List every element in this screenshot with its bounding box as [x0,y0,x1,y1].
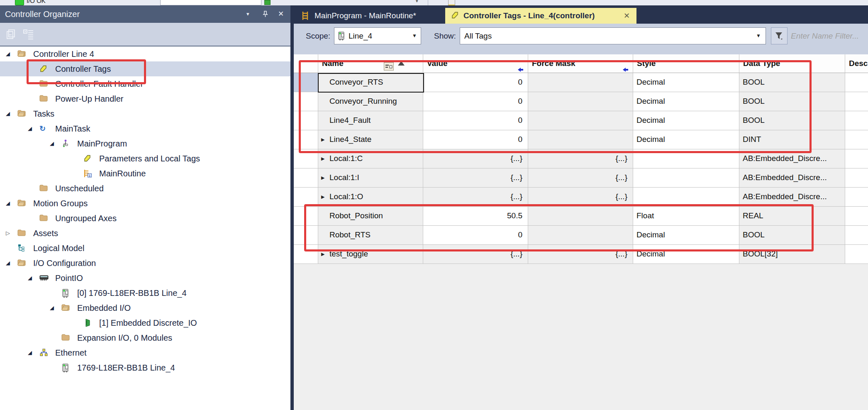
tag-force-mask-cell-local-1-c[interactable]: {...} [528,149,633,168]
expand-tag-icon[interactable]: ▶ [321,149,324,168]
collapse-arrow-icon[interactable]: ◢ [28,271,32,286]
toolbar-icon[interactable] [448,0,455,5]
tag-value-cell-conveyor-rts[interactable]: 0 [423,73,528,92]
tab-controller-tags-line-4-controller[interactable]: Controller Tags - Line_4(controller)✕ [445,8,636,24]
tree-item-assets[interactable]: ▷Assets [0,226,290,241]
tag-name-cell-robot-position[interactable]: Robot_Position [318,207,423,226]
row-selector-line4-fault[interactable] [294,111,318,130]
tree-item-expansion-i-o-0-modules[interactable]: Expansion I/O, 0 Modules [0,330,290,345]
tag-description-cell-local-1-o[interactable] [845,188,868,207]
tag-datatype-cell-local-1-c[interactable]: AB:Embedded_Discre... [739,149,845,168]
tag-name-cell-line4-fault[interactable]: Line4_Fault [318,111,423,130]
column-header-data-type[interactable]: Data Type [739,54,845,73]
tag-value-cell-robot-rts[interactable]: 0 [423,226,528,245]
tag-value-cell-local-1-i[interactable]: {...} [423,168,528,188]
tag-force-mask-cell-local-1-i[interactable]: {...} [528,168,633,188]
tree-item-controller-line-4[interactable]: ◢Controller Line 4 [0,46,290,61]
tree-item-tasks[interactable]: ◢Tasks [0,106,290,121]
collapse-arrow-icon[interactable]: ◢ [6,46,10,61]
collapse-arrow-icon[interactable]: ◢ [28,121,32,136]
tree-item-controller-tags[interactable]: Controller Tags [0,61,290,76]
row-selector-line4-state[interactable] [294,130,318,149]
panel-splitter[interactable] [290,5,294,410]
chevron-down-icon[interactable]: ▼ [756,28,761,44]
tree-item-parameters-and-local-tags[interactable]: Parameters and Local Tags [0,151,290,166]
window-position-icon[interactable]: ▾ [246,5,249,23]
tag-style-cell-line4-state[interactable]: Decimal [633,130,739,149]
filter-button[interactable] [771,27,788,44]
column-header-name[interactable]: Name [318,54,423,73]
controller-tags-table[interactable]: NameValueForce MaskStyleData TypeDescrip… [294,54,868,410]
tree-item-motion-groups[interactable]: ◢Motion Groups [0,196,290,211]
tag-description-cell-line4-state[interactable] [845,130,868,149]
row-selector-local-1-i[interactable] [294,168,318,188]
tag-datatype-cell-local-1-o[interactable]: AB:Embedded_Discre... [739,188,845,207]
tab-mainprogram-mainroutine[interactable]: MainProgram - MainRoutine* [295,8,444,24]
tag-style-cell-line4-fault[interactable]: Decimal [633,111,739,130]
tag-value-cell-conveyor-running[interactable]: 0 [423,92,528,111]
expand-tag-icon[interactable]: ▶ [321,245,324,264]
tag-datatype-cell-conveyor-running[interactable]: BOOL [739,92,845,111]
row-selector-test-toggle[interactable] [294,245,318,264]
tag-description-cell-conveyor-running[interactable] [845,92,868,111]
tag-description-cell-local-1-c[interactable] [845,149,868,168]
sort-ascending-icon[interactable] [398,61,405,66]
tag-force-mask-cell-conveyor-running[interactable] [528,92,633,111]
tag-value-cell-line4-fault[interactable]: 0 [423,111,528,130]
tag-force-mask-cell-conveyor-rts[interactable] [528,73,633,92]
tag-description-cell-conveyor-rts[interactable] [845,73,868,92]
tag-description-cell-test-toggle[interactable] [845,245,868,264]
tree-item-pointio[interactable]: ◢PointIO [0,271,290,286]
tag-datatype-cell-robot-rts[interactable]: BOOL [739,226,845,245]
expand-tag-icon[interactable]: ▶ [321,168,324,187]
collapse-arrow-icon[interactable]: ◢ [6,256,10,271]
chevron-down-icon[interactable]: ▼ [412,28,417,44]
row-selector-robot-rts[interactable] [294,226,318,245]
tag-value-cell-local-1-c[interactable]: {...} [423,149,528,168]
tag-name-cell-local-1-o[interactable]: Local:1:O▶ [318,188,423,207]
close-icon[interactable]: ✕ [624,8,630,24]
tag-style-cell-local-1-c[interactable] [633,149,739,168]
tag-force-mask-cell-local-1-o[interactable]: {...} [528,188,633,207]
tag-force-mask-cell-test-toggle[interactable]: {...} [528,245,633,264]
tag-value-cell-test-toggle[interactable]: {...} [423,245,528,264]
pin-icon[interactable] [262,11,268,19]
tag-style-cell-conveyor-running[interactable]: Decimal [633,92,739,111]
tree-item-1-embedded-discrete-io[interactable]: [1] Embedded Discrete_IO [0,315,290,330]
tag-style-cell-robot-position[interactable]: Float [633,207,739,226]
collapse-arrow-icon[interactable]: ◢ [6,106,10,121]
tag-datatype-cell-line4-fault[interactable]: BOOL [739,111,845,130]
column-header-force-mask[interactable]: Force Mask [528,54,633,73]
tag-name-cell-local-1-c[interactable]: Local:1:C▶ [318,149,423,168]
tag-datatype-cell-line4-state[interactable]: DINT [739,130,845,149]
row-selector-local-1-o[interactable] [294,188,318,207]
tag-name-cell-conveyor-rts[interactable]: Conveyor_RTS [318,73,423,92]
tag-force-mask-cell-line4-state[interactable] [528,130,633,149]
tag-datatype-cell-conveyor-rts[interactable]: BOOL [739,73,845,92]
tag-name-cell-conveyor-running[interactable]: Conveyor_Running [318,92,423,111]
expand-tag-icon[interactable]: ▶ [321,188,324,206]
column-header-value[interactable]: Value [423,54,528,73]
tag-style-cell-local-1-i[interactable] [633,168,739,188]
show-dropdown[interactable]: All Tags ▼ [460,27,766,44]
collapse-arrow-icon[interactable]: ◢ [6,196,10,211]
controller-organizer-tree[interactable]: ◢Controller Line 4Controller TagsControl… [0,46,290,410]
expand-tag-icon[interactable]: ▶ [321,130,324,149]
row-selector-local-1-c[interactable] [294,149,318,168]
scope-dropdown[interactable]: Line_4 ▼ [334,27,421,44]
tag-style-cell-robot-rts[interactable]: Decimal [633,226,739,245]
tag-style-cell-conveyor-rts[interactable]: Decimal [633,73,739,92]
tag-description-cell-line4-fault[interactable] [845,111,868,130]
tree-item-1769-l18er-bb1b-line-4[interactable]: 1769-L18ER-BB1B Line_4 [0,360,290,375]
tree-item-i-o-configuration[interactable]: ◢I/O Configuration [0,256,290,271]
tag-value-cell-local-1-o[interactable]: {...} [423,188,528,207]
path-combobox[interactable] [160,0,261,5]
tag-force-mask-cell-robot-position[interactable] [528,207,633,226]
tag-name-cell-line4-state[interactable]: Line4_State▶ [318,130,423,149]
tree-item-ethernet[interactable]: ◢Ethernet [0,345,290,360]
tree-item-mainroutine[interactable]: 1MainRoutine [0,166,290,181]
tag-value-cell-robot-position[interactable]: 50.5 [423,207,528,226]
tree-item-0-1769-l18er-bb1b-line-4[interactable]: [0] 1769-L18ER-BB1B Line_4 [0,286,290,300]
tag-description-cell-local-1-i[interactable] [845,168,868,188]
tag-description-cell-robot-position[interactable] [845,207,868,226]
